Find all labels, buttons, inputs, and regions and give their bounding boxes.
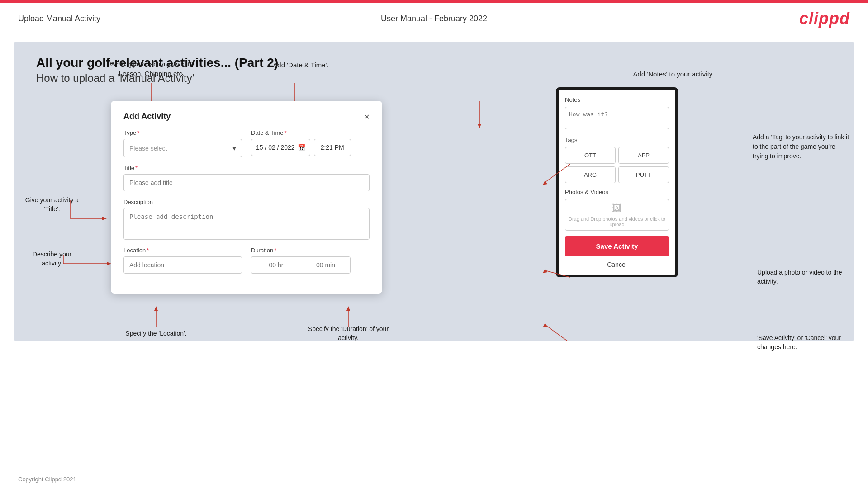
date-label: Date & Time* xyxy=(251,129,370,136)
cancel-link[interactable]: Cancel xyxy=(565,261,669,268)
type-label: Type* xyxy=(123,129,242,136)
photos-section-label: Photos & Videos xyxy=(565,189,669,195)
annotation-what-type: What type of activity was it? Lesson, Ch… xyxy=(104,59,199,78)
page-title: Upload Manual Activity xyxy=(18,14,100,24)
tags-section: Tags OTT APP ARG PUTT xyxy=(565,137,669,183)
notes-section-label: Notes xyxy=(565,96,669,103)
upload-icon: 🖼 xyxy=(612,203,622,214)
title-form-label: Title* xyxy=(123,165,370,171)
svg-marker-22 xyxy=(543,323,547,327)
tag-putt[interactable]: PUTT xyxy=(618,166,669,183)
photos-section: Photos & Videos 🖼 Drag and Drop photos a… xyxy=(565,189,669,231)
type-select[interactable]: Please select ▾ xyxy=(123,139,242,157)
location-group: Location* xyxy=(123,247,242,274)
dialog-close-button[interactable]: × xyxy=(364,112,370,121)
svg-marker-14 xyxy=(346,306,350,311)
description-group: Description xyxy=(123,199,370,240)
annotation-notes: Add 'Notes' to your activity. xyxy=(633,69,714,79)
calendar-icon: 📅 xyxy=(298,144,305,151)
tags-grid: OTT APP ARG PUTT xyxy=(565,147,669,183)
description-textarea[interactable] xyxy=(123,208,370,240)
dialog-title: Add Activity xyxy=(123,112,171,121)
location-input[interactable] xyxy=(123,256,242,274)
annotation-upload: Upload a photo or video to the activity. xyxy=(757,268,852,286)
footer: Copyright Clippd 2021 xyxy=(18,476,76,483)
header-divider xyxy=(14,33,854,33)
svg-line-21 xyxy=(545,325,570,341)
annotation-date-time: Add 'Date & Time'. xyxy=(265,60,337,70)
header: Upload Manual Activity User Manual - Feb… xyxy=(0,3,868,33)
svg-marker-20 xyxy=(543,269,547,273)
title-input[interactable] xyxy=(123,174,370,191)
svg-marker-18 xyxy=(543,180,547,185)
svg-marker-12 xyxy=(154,306,158,311)
main-content: All your golf-relevant activities... (Pa… xyxy=(14,42,854,341)
chevron-down-icon: ▾ xyxy=(232,144,236,152)
duration-inputs xyxy=(251,256,370,274)
notes-textarea[interactable] xyxy=(565,107,669,129)
save-activity-button[interactable]: Save Activity xyxy=(565,236,669,256)
annotation-location: Specify the 'Location'. xyxy=(115,329,197,338)
upload-text: Drag and Drop photos and videos or click… xyxy=(565,216,669,227)
copyright-text: Copyright Clippd 2021 xyxy=(18,476,76,483)
phone-screen: Notes Tags OTT APP ARG PUTT Photos & Vid… xyxy=(556,87,678,277)
svg-marker-7 xyxy=(102,217,107,220)
annotation-title: Give your activity a 'Title'. xyxy=(20,196,84,213)
annotation-tag: Add a 'Tag' to your activity to link it … xyxy=(753,133,852,161)
duration-group: Duration* xyxy=(251,247,370,274)
add-activity-dialog: Add Activity × Type* Please select ▾ Dat… xyxy=(111,101,382,294)
type-date-row: Type* Please select ▾ Date & Time* 15 / … xyxy=(123,129,370,157)
duration-min-input[interactable] xyxy=(301,256,351,274)
tag-ott[interactable]: OTT xyxy=(565,147,616,164)
photos-upload-area[interactable]: 🖼 Drag and Drop photos and videos or cli… xyxy=(565,199,669,231)
date-time-group: Date & Time* 15 / 02 / 2022 📅 2:21 PM xyxy=(251,129,370,157)
tag-arg[interactable]: ARG xyxy=(565,166,616,183)
tag-app[interactable]: APP xyxy=(618,147,669,164)
type-group: Type* Please select ▾ xyxy=(123,129,242,157)
datetime-inputs: 15 / 02 / 2022 📅 2:21 PM xyxy=(251,139,370,156)
description-label: Description xyxy=(123,199,370,205)
header-subtitle: User Manual - February 2022 xyxy=(381,14,487,24)
phone-panel: Notes Tags OTT APP ARG PUTT Photos & Vid… xyxy=(556,87,678,277)
duration-hr-input[interactable] xyxy=(251,256,301,274)
dialog-header: Add Activity × xyxy=(123,112,370,121)
location-duration-row: Location* Duration* xyxy=(123,247,370,274)
title-group: Title* xyxy=(123,165,370,191)
logo: clippd xyxy=(799,9,850,28)
date-input[interactable]: 15 / 02 / 2022 📅 xyxy=(251,139,310,156)
annotation-describe: Describe your activity. xyxy=(23,250,81,268)
duration-label: Duration* xyxy=(251,247,370,254)
time-input[interactable]: 2:21 PM xyxy=(314,139,351,156)
annotation-save: 'Save Activity' or 'Cancel' your changes… xyxy=(757,334,852,351)
tags-section-label: Tags xyxy=(565,137,669,143)
svg-marker-16 xyxy=(478,124,481,128)
location-label: Location* xyxy=(123,247,242,254)
annotation-duration: Specify the 'Duration' of your activity. xyxy=(303,325,394,342)
